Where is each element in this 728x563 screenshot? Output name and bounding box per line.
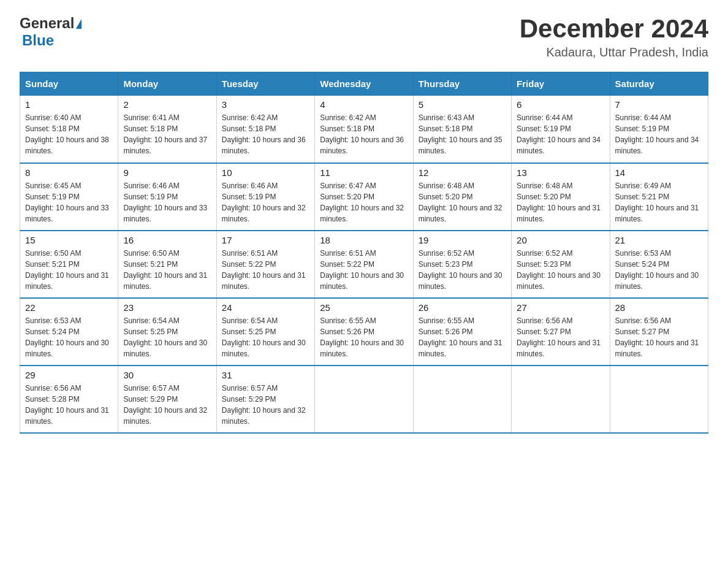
day-info: Sunrise: 6:43 AMSunset: 5:18 PMDaylight:… [419,112,506,156]
calendar-cell: 13Sunrise: 6:48 AMSunset: 5:20 PMDayligh… [512,163,610,231]
day-info: Sunrise: 6:53 AMSunset: 5:24 PMDaylight:… [25,315,113,359]
day-info: Sunrise: 6:54 AMSunset: 5:25 PMDaylight:… [123,315,211,359]
day-number: 20 [517,235,604,245]
day-info: Sunrise: 6:51 AMSunset: 5:22 PMDaylight:… [320,248,408,292]
day-info: Sunrise: 6:44 AMSunset: 5:19 PMDaylight:… [615,112,703,156]
day-info: Sunrise: 6:55 AMSunset: 5:26 PMDaylight:… [419,315,506,359]
column-header-tuesday: Tuesday [216,72,314,96]
calendar-cell: 24Sunrise: 6:54 AMSunset: 5:25 PMDayligh… [216,298,314,366]
month-title: December 2024 [520,15,708,43]
title-section: December 2024 Kadaura, Uttar Pradesh, In… [520,15,708,59]
day-info: Sunrise: 6:50 AMSunset: 5:21 PMDaylight:… [123,248,211,292]
day-number: 3 [222,99,309,110]
day-number: 6 [517,99,604,110]
calendar-cell [512,366,610,433]
day-info: Sunrise: 6:53 AMSunset: 5:24 PMDaylight:… [615,248,703,292]
logo-blue-text: Blue [22,32,54,48]
calendar-header-row: SundayMondayTuesdayWednesdayThursdayFrid… [20,72,708,96]
logo: General Blue [20,15,82,49]
day-info: Sunrise: 6:40 AMSunset: 5:18 PMDaylight:… [25,112,113,156]
location-title: Kadaura, Uttar Pradesh, India [520,45,708,59]
day-number: 8 [25,167,113,178]
day-info: Sunrise: 6:48 AMSunset: 5:20 PMDaylight:… [419,180,506,224]
calendar-cell: 19Sunrise: 6:52 AMSunset: 5:23 PMDayligh… [413,231,511,298]
day-info: Sunrise: 6:52 AMSunset: 5:23 PMDaylight:… [419,248,506,292]
column-header-friday: Friday [512,72,610,96]
calendar-cell: 3Sunrise: 6:42 AMSunset: 5:18 PMDaylight… [216,96,314,163]
calendar-week-row: 8Sunrise: 6:45 AMSunset: 5:19 PMDaylight… [20,163,708,231]
calendar-cell: 7Sunrise: 6:44 AMSunset: 5:19 PMDaylight… [610,96,708,163]
day-number: 10 [222,167,309,178]
calendar-cell: 29Sunrise: 6:56 AMSunset: 5:28 PMDayligh… [20,366,118,433]
calendar-cell: 20Sunrise: 6:52 AMSunset: 5:23 PMDayligh… [512,231,610,298]
day-info: Sunrise: 6:42 AMSunset: 5:18 PMDaylight:… [320,112,408,156]
calendar-cell: 1Sunrise: 6:40 AMSunset: 5:18 PMDaylight… [20,96,118,163]
day-info: Sunrise: 6:46 AMSunset: 5:19 PMDaylight:… [123,180,211,224]
calendar-cell: 21Sunrise: 6:53 AMSunset: 5:24 PMDayligh… [610,231,708,298]
calendar-cell [315,366,413,433]
day-number: 11 [320,167,408,178]
calendar-cell: 27Sunrise: 6:56 AMSunset: 5:27 PMDayligh… [512,298,610,366]
calendar-cell: 9Sunrise: 6:46 AMSunset: 5:19 PMDaylight… [118,163,216,231]
calendar-week-row: 15Sunrise: 6:50 AMSunset: 5:21 PMDayligh… [20,231,708,298]
day-number: 24 [222,302,309,313]
day-info: Sunrise: 6:50 AMSunset: 5:21 PMDaylight:… [25,248,113,292]
day-info: Sunrise: 6:57 AMSunset: 5:29 PMDaylight:… [123,383,211,427]
day-info: Sunrise: 6:55 AMSunset: 5:26 PMDaylight:… [320,315,408,359]
calendar-cell: 31Sunrise: 6:57 AMSunset: 5:29 PMDayligh… [216,366,314,433]
day-number: 28 [615,302,703,313]
column-header-sunday: Sunday [20,72,118,96]
day-number: 13 [517,167,604,178]
calendar-cell: 23Sunrise: 6:54 AMSunset: 5:25 PMDayligh… [118,298,216,366]
calendar-cell: 30Sunrise: 6:57 AMSunset: 5:29 PMDayligh… [118,366,216,433]
day-info: Sunrise: 6:48 AMSunset: 5:20 PMDaylight:… [517,180,604,224]
day-info: Sunrise: 6:56 AMSunset: 5:27 PMDaylight:… [517,315,604,359]
day-number: 1 [25,99,113,110]
day-info: Sunrise: 6:52 AMSunset: 5:23 PMDaylight:… [517,248,604,292]
column-header-wednesday: Wednesday [315,72,413,96]
day-number: 25 [320,302,408,313]
day-number: 26 [419,302,506,313]
calendar-cell: 6Sunrise: 6:44 AMSunset: 5:19 PMDaylight… [512,96,610,163]
calendar-cell: 4Sunrise: 6:42 AMSunset: 5:18 PMDaylight… [315,96,413,163]
day-number: 19 [419,235,506,245]
day-number: 23 [123,302,211,313]
day-number: 15 [25,235,113,245]
calendar-cell: 11Sunrise: 6:47 AMSunset: 5:20 PMDayligh… [315,163,413,231]
calendar-table: SundayMondayTuesdayWednesdayThursdayFrid… [20,72,708,434]
day-info: Sunrise: 6:56 AMSunset: 5:28 PMDaylight:… [25,383,113,427]
day-number: 16 [123,235,211,245]
calendar-week-row: 1Sunrise: 6:40 AMSunset: 5:18 PMDaylight… [20,96,708,163]
calendar-cell: 15Sunrise: 6:50 AMSunset: 5:21 PMDayligh… [20,231,118,298]
day-number: 22 [25,302,113,313]
day-info: Sunrise: 6:46 AMSunset: 5:19 PMDaylight:… [222,180,309,224]
day-info: Sunrise: 6:56 AMSunset: 5:27 PMDaylight:… [615,315,703,359]
calendar-cell: 28Sunrise: 6:56 AMSunset: 5:27 PMDayligh… [610,298,708,366]
day-info: Sunrise: 6:45 AMSunset: 5:19 PMDaylight:… [25,180,113,224]
calendar-cell: 18Sunrise: 6:51 AMSunset: 5:22 PMDayligh… [315,231,413,298]
column-header-saturday: Saturday [610,72,708,96]
day-info: Sunrise: 6:41 AMSunset: 5:18 PMDaylight:… [123,112,211,156]
day-number: 14 [615,167,703,178]
day-number: 12 [419,167,506,178]
day-number: 9 [123,167,211,178]
column-header-monday: Monday [118,72,216,96]
day-number: 5 [419,99,506,110]
day-number: 18 [320,235,408,245]
day-number: 17 [222,235,309,245]
day-number: 7 [615,99,703,110]
day-info: Sunrise: 6:49 AMSunset: 5:21 PMDaylight:… [615,180,703,224]
calendar-cell: 26Sunrise: 6:55 AMSunset: 5:26 PMDayligh… [413,298,511,366]
calendar-week-row: 22Sunrise: 6:53 AMSunset: 5:24 PMDayligh… [20,298,708,366]
page-header: General Blue December 2024 Kadaura, Utta… [20,15,708,59]
calendar-cell [413,366,511,433]
column-header-thursday: Thursday [413,72,511,96]
calendar-cell: 16Sunrise: 6:50 AMSunset: 5:21 PMDayligh… [118,231,216,298]
day-number: 29 [25,370,113,380]
day-info: Sunrise: 6:51 AMSunset: 5:22 PMDaylight:… [222,248,309,292]
day-number: 31 [222,370,309,380]
calendar-cell: 2Sunrise: 6:41 AMSunset: 5:18 PMDaylight… [118,96,216,163]
calendar-cell: 22Sunrise: 6:53 AMSunset: 5:24 PMDayligh… [20,298,118,366]
day-number: 21 [615,235,703,245]
logo-triangle-icon [76,19,82,29]
